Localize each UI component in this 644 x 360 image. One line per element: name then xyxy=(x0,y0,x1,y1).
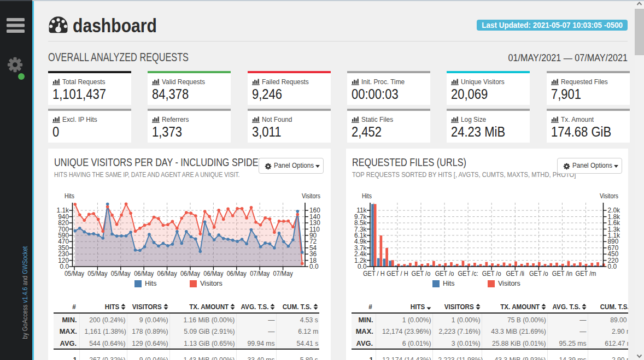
svg-text:06/May: 06/May xyxy=(157,270,177,277)
svg-text:06/May: 06/May xyxy=(134,270,154,277)
svg-text:GET /c:: GET /c: xyxy=(458,270,478,277)
svg-text:GET /o: GET /o xyxy=(435,270,454,277)
svg-text:Visitors: Visitors xyxy=(600,192,618,199)
svg-text:Visitors: Visitors xyxy=(302,192,320,199)
svg-text:2.0k: 2.0k xyxy=(608,206,620,214)
svg-text:GET /li: GET /li xyxy=(506,270,524,277)
svg-text:05/May: 05/May xyxy=(87,270,107,277)
svg-text:11k: 11k xyxy=(356,206,367,214)
svg-text:Hits: Hits xyxy=(362,192,372,199)
svg-text:06/May: 06/May xyxy=(180,270,200,277)
svg-text:07/May: 07/May xyxy=(273,270,293,277)
svg-text:GET / H: GET / H xyxy=(387,270,408,277)
svg-text:GET /o: GET /o xyxy=(412,270,431,277)
svg-text:160: 160 xyxy=(309,206,320,214)
svg-text:GET /in: GET /in xyxy=(552,270,572,277)
svg-text:05/May: 05/May xyxy=(111,270,131,277)
svg-text:06/May: 06/May xyxy=(227,270,247,277)
svg-text:GET /m: GET /m xyxy=(576,270,596,277)
svg-text:Hits: Hits xyxy=(65,192,74,199)
svg-text:GET /o: GET /o xyxy=(529,270,548,277)
svg-text:GET /o: GET /o xyxy=(482,270,501,277)
svg-text:1.1k: 1.1k xyxy=(57,206,69,214)
svg-text:07/May: 07/May xyxy=(250,270,270,277)
svg-text:GET / H: GET / H xyxy=(363,270,385,277)
svg-text:06/May: 06/May xyxy=(203,270,223,277)
svg-text:05/May: 05/May xyxy=(65,270,84,277)
